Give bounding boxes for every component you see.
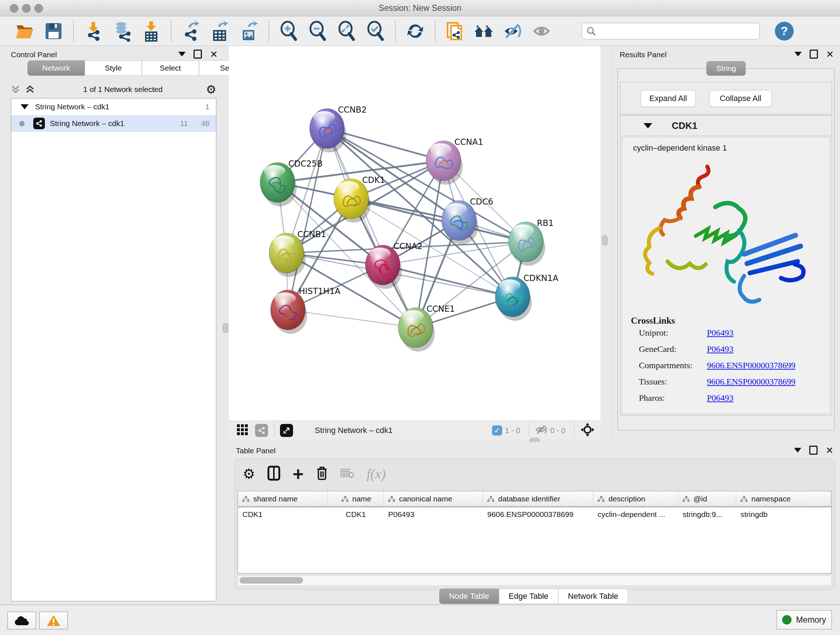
- network-options-gear-icon[interactable]: ⚙: [206, 84, 216, 95]
- tab-network-table[interactable]: Network Table: [558, 589, 628, 604]
- memory-button[interactable]: Memory: [776, 610, 832, 630]
- first-neighbors-icon[interactable]: [473, 20, 495, 42]
- network-tree: String Network – cdk1 1 String Network –…: [11, 98, 216, 601]
- zoom-out-icon[interactable]: [306, 20, 329, 42]
- crosslink-link[interactable]: 9606.ENSP00000378699: [707, 361, 796, 371]
- tree-caret-icon[interactable]: [21, 104, 28, 109]
- search-input[interactable]: [600, 27, 755, 36]
- table-panel: Table Panel ✕ ⚙ + f(x) shared namenameca…: [227, 442, 840, 605]
- table-cell[interactable]: stringdb: [736, 507, 831, 522]
- hide-selected-icon[interactable]: [502, 20, 524, 42]
- delete-table-icon: [340, 468, 354, 480]
- network-canvas[interactable]: CCNB2CCNA1CDC25BCDK1CDC6RB1CCNB1CCNA2CDK…: [229, 46, 600, 421]
- network-edge[interactable]: [288, 310, 416, 328]
- save-session-icon[interactable]: [42, 20, 65, 42]
- column-header-name[interactable]: name: [328, 491, 384, 507]
- show-columns-icon[interactable]: [267, 466, 280, 482]
- zoom-selected-icon[interactable]: [364, 20, 387, 42]
- table-cell[interactable]: cyclin–dependent ...: [593, 507, 678, 522]
- show-all-icon[interactable]: [531, 20, 553, 42]
- import-table-icon[interactable]: [140, 20, 163, 42]
- grid-view-icon[interactable]: [236, 424, 248, 437]
- table-cell[interactable]: CDK1: [238, 507, 328, 522]
- expand-all-icon[interactable]: [25, 85, 35, 94]
- zoom-in-icon[interactable]: [278, 20, 300, 42]
- selected-checkbox-icon[interactable]: ✓: [492, 425, 502, 435]
- expand-all-button[interactable]: Expand All: [641, 90, 696, 107]
- table-row[interactable]: CDK1CDK1P064939606.ENSP00000378699cyclin…: [238, 507, 831, 522]
- warning-status-button[interactable]: [39, 611, 68, 630]
- refresh-icon[interactable]: [404, 20, 426, 42]
- panel-close-icon[interactable]: ✕: [826, 447, 834, 454]
- panel-minimize-icon[interactable]: [794, 448, 801, 453]
- copy-style-icon[interactable]: [444, 20, 466, 42]
- column-header-database-identifier[interactable]: database identifier: [483, 491, 593, 507]
- delete-column-icon[interactable]: [316, 466, 328, 482]
- network-node-CDC6[interactable]: CDC6: [442, 197, 493, 244]
- table-cell[interactable]: CDK1: [328, 507, 384, 522]
- splitter-handle[interactable]: [223, 323, 228, 333]
- protein-section-header[interactable]: CDK1: [621, 116, 832, 136]
- column-header-shared-name[interactable]: shared name: [238, 491, 328, 507]
- panel-float-icon[interactable]: [810, 50, 818, 59]
- tab-edge-table[interactable]: Edge Table: [499, 589, 558, 604]
- tab-string[interactable]: String: [706, 61, 746, 76]
- column-header-canonical-name[interactable]: canonical name: [384, 491, 483, 507]
- network-node-CCNA1[interactable]: CCNA1: [426, 137, 483, 185]
- section-caret-icon[interactable]: [644, 123, 652, 128]
- export-table-icon[interactable]: [209, 20, 231, 42]
- detach-view-icon[interactable]: [280, 424, 293, 437]
- panel-close-icon[interactable]: ✕: [826, 51, 834, 58]
- import-network-file-icon[interactable]: [82, 20, 104, 42]
- column-header--id[interactable]: @id: [678, 491, 736, 507]
- network-share-icon[interactable]: [255, 424, 268, 437]
- network-node-CDC25B[interactable]: CDC25B: [260, 159, 323, 206]
- network-node-CCNA2[interactable]: CCNA2: [365, 241, 423, 289]
- network-node-CDKN1A[interactable]: CDKN1A: [495, 273, 559, 321]
- tab-select[interactable]: Select: [142, 60, 199, 76]
- network-node-CCNB1[interactable]: CCNB1: [269, 230, 326, 277]
- export-network-icon[interactable]: [180, 20, 202, 42]
- splitter-handle[interactable]: [602, 235, 608, 245]
- table-cell[interactable]: P06493: [384, 507, 483, 522]
- open-session-icon[interactable]: [13, 20, 36, 42]
- table-cell[interactable]: 9606.ENSP00000378699: [483, 507, 593, 522]
- crosslink-link[interactable]: 9606.ENSP00000378699: [707, 377, 796, 386]
- panel-float-icon[interactable]: [194, 50, 202, 59]
- column-header-description[interactable]: description: [593, 491, 678, 507]
- panel-minimize-icon[interactable]: [178, 52, 186, 57]
- crosslink-link[interactable]: P06493: [707, 328, 733, 338]
- import-network-database-icon[interactable]: [111, 20, 134, 42]
- add-column-icon[interactable]: +: [293, 467, 303, 480]
- network-row[interactable]: String Network – cdk1 11 48: [11, 115, 216, 132]
- panel-minimize-icon[interactable]: [794, 52, 802, 57]
- network-node-RB1[interactable]: RB1: [508, 218, 554, 266]
- table-options-gear-icon[interactable]: ⚙: [243, 468, 255, 480]
- network-node-CCNE1[interactable]: CCNE1: [398, 304, 455, 352]
- network-edge-count: 48: [201, 119, 210, 128]
- crosslink-link[interactable]: P06493: [707, 393, 733, 403]
- zoom-fit-icon[interactable]: [335, 20, 358, 42]
- tab-node-table[interactable]: Node Table: [439, 589, 499, 604]
- panel-close-icon[interactable]: ✕: [210, 51, 218, 58]
- column-type-icon: [741, 496, 748, 502]
- column-header-namespace[interactable]: namespace: [736, 491, 831, 507]
- export-image-icon[interactable]: [238, 20, 260, 42]
- panel-float-icon[interactable]: [809, 446, 818, 455]
- collapse-all-icon[interactable]: [11, 85, 20, 94]
- birds-eye-icon[interactable]: [580, 423, 595, 439]
- crosslink-link[interactable]: P06493: [707, 344, 733, 354]
- network-collection-row[interactable]: String Network – cdk1 1: [11, 98, 216, 115]
- collapse-all-button[interactable]: Collapse All: [709, 90, 772, 107]
- table-hscrollbar[interactable]: [238, 576, 832, 586]
- node-label-CDK1: CDK1: [362, 175, 385, 185]
- tab-network[interactable]: Network: [27, 60, 85, 76]
- help-button[interactable]: ?: [775, 22, 794, 41]
- network-node-HIST1H1A[interactable]: HIST1H1A: [271, 287, 340, 334]
- tab-style[interactable]: Style: [85, 60, 142, 76]
- network-edge[interactable]: [288, 128, 327, 310]
- table-cell[interactable]: stringdb:9...: [678, 507, 736, 522]
- network-node-CCNB2[interactable]: CCNB2: [309, 105, 367, 152]
- scrollbar-thumb[interactable]: [240, 577, 303, 584]
- cloud-status-button[interactable]: [7, 611, 36, 630]
